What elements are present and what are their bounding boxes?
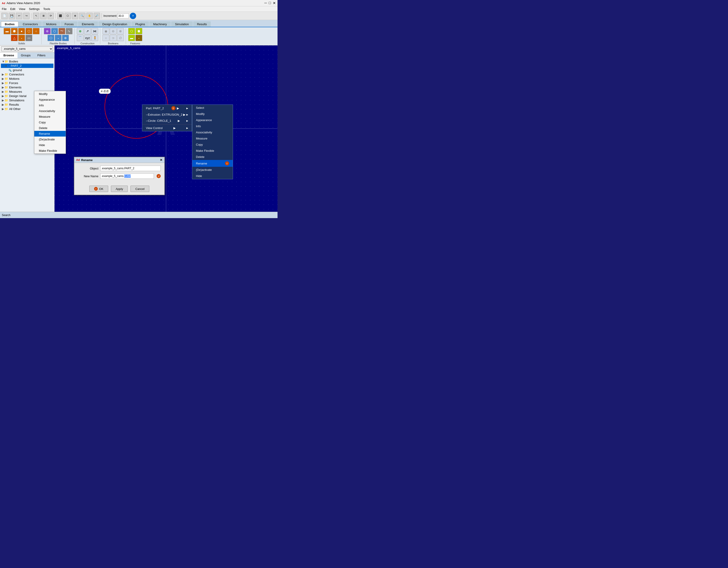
tab-machinery[interactable]: Machinery <box>149 21 171 27</box>
solid-icon-2[interactable]: ⬟ <box>11 28 18 34</box>
ctx-hide[interactable]: Hide <box>34 142 66 148</box>
menu-file[interactable]: File <box>2 7 7 11</box>
ctx-rename[interactable]: Rename <box>34 131 66 137</box>
sub-ctx-select[interactable]: Select <box>192 105 233 111</box>
toolbar-new-btn[interactable]: 📄 <box>1 13 8 19</box>
solid-icon-6[interactable]: △ <box>11 35 18 41</box>
toolbar-rotate-btn[interactable]: ⟳ <box>48 13 54 19</box>
ctx-delete[interactable]: Delete <box>34 125 66 131</box>
solid-icon-1[interactable]: ▬ <box>4 28 10 34</box>
menu-tools[interactable]: Tools <box>43 7 50 11</box>
flex-icon-2[interactable]: ⬡ <box>51 28 58 34</box>
tree-item-ground[interactable]: 🔩 ground <box>1 68 53 72</box>
sub-ctx-hide[interactable]: Hide <box>192 173 233 179</box>
con-icon-6[interactable]: 🧍 <box>91 35 98 41</box>
tree-item-elements[interactable]: ▶ 📁 Elements <box>1 85 53 90</box>
toolbar-zoom-btn[interactable]: ⊞ <box>40 13 47 19</box>
con-icon-3[interactable]: ⋈ <box>91 28 98 34</box>
canvas-ctx-part2[interactable]: Part: PART_2 b ▶ <box>142 105 192 112</box>
rename-close-btn[interactable]: ✕ <box>160 158 163 162</box>
tab-bodies[interactable]: Bodies <box>1 21 18 27</box>
bool-icon-5[interactable]: ⊃ <box>110 35 117 41</box>
rename-ok-btn[interactable]: e OK <box>89 186 108 192</box>
ctx-associativity[interactable]: Associativity <box>34 108 66 114</box>
toolbar-b3[interactable]: ⊕ <box>72 13 78 19</box>
solid-icon-5[interactable]: ○ <box>33 28 40 34</box>
sub-ctx-delete[interactable]: Delete <box>192 154 233 160</box>
sub-ctx-rename[interactable]: Rename c <box>192 160 233 167</box>
tab-design-exploration[interactable]: Design Exploration <box>98 21 131 27</box>
minimize-button[interactable]: ─ <box>264 1 267 5</box>
ctx-deactivate[interactable]: (De)activate <box>34 137 66 142</box>
toolbar-save-btn[interactable]: 💾 <box>9 13 15 19</box>
canvas-area[interactable]: .example_5_cams Λ a 右击 Part: PART_2 b ▶ … <box>55 45 278 212</box>
flex-icon-5[interactable]: ⬡ <box>48 35 54 41</box>
toolbar-b5[interactable]: ✋ <box>86 13 93 19</box>
increment-input[interactable] <box>118 13 129 18</box>
feat-icon-3[interactable]: ▬ <box>128 35 135 41</box>
feat-icon-1[interactable]: ⬡ <box>128 28 135 34</box>
model-select[interactable]: .example_5_cams <box>1 46 53 51</box>
tab-forces[interactable]: Forces <box>61 21 78 27</box>
flex-icon-3[interactable]: 〜 <box>58 28 65 34</box>
feat-icon-2[interactable]: ⬟ <box>135 28 142 34</box>
flex-icon-6[interactable]: ⬩ <box>55 35 62 41</box>
menu-settings[interactable]: Settings <box>29 7 40 11</box>
close-button[interactable]: ✕ <box>273 1 276 5</box>
menu-edit[interactable]: Edit <box>10 7 15 11</box>
flex-icon-7[interactable]: ⊕ <box>62 35 69 41</box>
bool-icon-3[interactable]: ⊗ <box>117 28 124 34</box>
rename-cancel-btn[interactable]: Cancel <box>130 186 149 192</box>
flex-icon-4[interactable]: ∿ <box>66 28 73 34</box>
canvas-ctx-view-control[interactable]: View Control ▶ <box>142 125 192 131</box>
rename-apply-btn[interactable]: Apply <box>111 186 128 192</box>
tab-plugins[interactable]: Plugins <box>131 21 149 27</box>
ctx-info[interactable]: Info <box>34 103 66 108</box>
toolbar-b1[interactable]: ⬛ <box>57 13 64 19</box>
solid-icon-3[interactable]: ● <box>18 28 25 34</box>
solid-icon-8[interactable]: ▭ <box>25 35 32 41</box>
canvas-ctx-circle[interactable]: --Circle: CIRCLE_1 ▶ <box>142 118 192 124</box>
tree-item-forces[interactable]: ▶ 📁 Forces <box>1 81 53 85</box>
con-icon-5[interactable]: xyz <box>84 35 91 41</box>
rename-newname-field[interactable]: .example_5_cams.CAM <box>100 173 154 179</box>
sub-ctx-copy[interactable]: Copy <box>192 142 233 148</box>
tree-item-part2[interactable]: ▼ ⬡ PART_2 <box>1 64 53 68</box>
left-tab-browse[interactable]: Browse <box>0 53 18 58</box>
tab-results[interactable]: Results <box>193 21 211 27</box>
rename-object-input[interactable] <box>100 166 161 171</box>
flex-icon-1[interactable]: ⊛ <box>44 28 51 34</box>
toolbar-redo-btn[interactable]: ↪ <box>23 13 30 19</box>
toolbar-select-btn[interactable]: ↖ <box>33 13 39 19</box>
ctx-modify[interactable]: Modify <box>34 91 66 97</box>
tree-item-connectors[interactable]: ▶ 📁 Connectors <box>1 72 53 77</box>
sub-ctx-modify[interactable]: Modify <box>192 111 233 117</box>
bool-icon-1[interactable]: ◉ <box>103 28 109 34</box>
canvas-ctx-extrusion[interactable]: --Extrusion: EXTRUSION_2 ▶ <box>142 112 192 118</box>
bool-icon-4[interactable]: ○ <box>103 35 109 41</box>
tab-motions[interactable]: Motions <box>42 21 60 27</box>
tree-item-bodies[interactable]: ▼ 📁 Bodies <box>1 59 53 64</box>
sub-ctx-measure[interactable]: Measure <box>192 135 233 142</box>
tab-elements[interactable]: Elements <box>78 21 98 27</box>
menu-view[interactable]: View <box>19 7 25 11</box>
sub-ctx-appearance[interactable]: Appearance <box>192 117 233 123</box>
ctx-make-flexible[interactable]: Make Flexible <box>34 148 66 154</box>
help-btn[interactable]: ? <box>130 13 136 19</box>
left-tab-groups[interactable]: Groups <box>18 53 34 58</box>
sub-ctx-make-flexible[interactable]: Make Flexible <box>192 148 233 154</box>
maximize-button[interactable]: □ <box>269 1 271 5</box>
toolbar-b2[interactable]: ⬡ <box>65 13 71 19</box>
feat-icon-4[interactable]: ⬩ <box>135 35 142 41</box>
bool-icon-2[interactable]: ⊖ <box>110 28 117 34</box>
con-icon-2[interactable]: ↗ <box>84 28 91 34</box>
solid-icon-4[interactable]: ⬡ <box>25 28 32 34</box>
solid-icon-7[interactable]: ⬩ <box>18 35 25 41</box>
tree-item-motions[interactable]: ▶ 📁 Motions <box>1 77 53 81</box>
ctx-copy[interactable]: Copy <box>34 120 66 125</box>
ctx-appearance[interactable]: Appearance <box>34 97 66 103</box>
bool-icon-6[interactable]: ∅ <box>117 35 124 41</box>
ctx-measure[interactable]: Measure <box>34 114 66 120</box>
title-controls[interactable]: ─ □ ✕ <box>264 1 276 5</box>
left-tab-filters[interactable]: Filters <box>34 53 49 58</box>
